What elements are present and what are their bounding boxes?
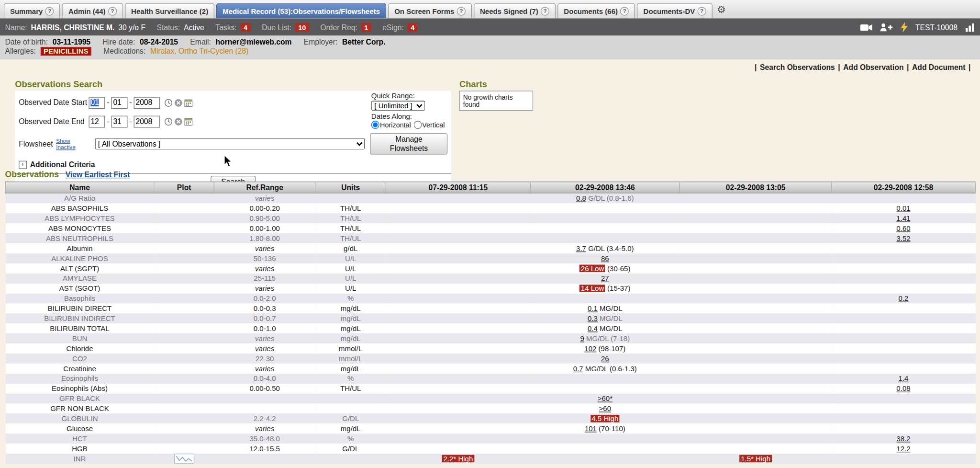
time-clock-icon[interactable] xyxy=(165,117,173,126)
value-link[interactable]: 0.08 xyxy=(896,385,910,392)
dates-along-option-vertical[interactable]: Vertical xyxy=(413,121,445,129)
clear-date-icon[interactable] xyxy=(174,99,182,107)
tab-documents-dv[interactable]: Documents-DV? xyxy=(637,3,713,18)
add-user-icon[interactable] xyxy=(880,23,893,32)
calendar-icon[interactable] xyxy=(184,99,192,107)
value-link[interactable]: 0.1 xyxy=(588,305,598,312)
value-link[interactable]: 9 xyxy=(580,335,584,342)
abnormal-flag[interactable]: 26 Low xyxy=(579,264,605,272)
quick-range-select[interactable]: [ Unlimited ] xyxy=(371,101,425,111)
abnormal-flag[interactable]: 1.5* High xyxy=(740,455,772,463)
end-year-input[interactable] xyxy=(134,115,160,127)
help-icon[interactable]: ? xyxy=(698,7,706,15)
link-add-document[interactable]: Add Document xyxy=(912,63,965,72)
settings-gear-icon[interactable]: ⚙ xyxy=(717,4,726,16)
value-link[interactable]: 0.7 xyxy=(573,365,583,372)
calendar-icon[interactable] xyxy=(184,117,192,126)
link-search-observations[interactable]: Search Observations xyxy=(760,63,835,72)
value-link[interactable]: 3.52 xyxy=(896,235,910,242)
medication-link-miralax[interactable]: Miralax xyxy=(150,47,175,56)
tasks-badge[interactable]: 4 xyxy=(241,23,251,32)
radio-vertical[interactable] xyxy=(413,121,422,129)
tab-needs-signed-7[interactable]: Needs Signed (7)? xyxy=(474,3,556,18)
plot-cell[interactable] xyxy=(154,454,214,464)
value-link[interactable]: 0.01 xyxy=(896,205,910,212)
value-link[interactable]: 38.2 xyxy=(896,435,910,443)
value-link[interactable]: >60 xyxy=(599,405,611,412)
tab-on-screen-forms[interactable]: On Screen Forms? xyxy=(388,3,472,18)
help-icon[interactable]: ? xyxy=(108,7,117,15)
flowsheet-chart-icon[interactable] xyxy=(965,23,975,32)
tabs-holder: Summary?Admin (44)?Health Surveillance (… xyxy=(4,3,714,18)
separator: | xyxy=(838,63,840,72)
tab-health-surveillance-2[interactable]: Health Surveillance (2) xyxy=(125,3,214,18)
tab-medical-record-53-observations-flowsheets[interactable]: Medical Record (53):Observations/Flowshe… xyxy=(216,3,386,18)
esign-badge[interactable]: 4 xyxy=(408,23,418,32)
tab-admin-44[interactable]: Admin (44)? xyxy=(62,3,123,18)
units: TH/UL xyxy=(315,223,386,233)
value-link[interactable]: 1.41 xyxy=(896,215,910,222)
help-icon[interactable]: ? xyxy=(457,7,466,15)
tab-documents-66[interactable]: Documents (66)? xyxy=(557,3,635,18)
value-link[interactable]: 86 xyxy=(601,255,609,263)
due-list-badge[interactable]: 10 xyxy=(295,23,309,32)
view-earliest-first-link[interactable]: View Earliest First xyxy=(66,170,130,179)
value-suffix: MG/DL xyxy=(598,325,623,332)
value-link[interactable]: 101 xyxy=(585,425,597,433)
order-req-badge[interactable]: 1 xyxy=(361,23,371,32)
observation-row-chloride: Chloridevariesmmol/L102 (98-107) xyxy=(5,343,975,354)
expand-plus-icon[interactable]: + xyxy=(19,160,27,169)
name-label: Name: xyxy=(5,23,27,32)
value-suffix: G/DL (0.8-1.6) xyxy=(586,194,634,202)
start-month-input[interactable] xyxy=(89,97,105,109)
clear-date-icon[interactable] xyxy=(174,117,182,126)
value-link[interactable]: 0.60 xyxy=(896,225,910,232)
value-cell xyxy=(530,454,679,464)
dates-along-option-horizontal[interactable]: Horizontal xyxy=(371,121,411,129)
abnormal-flag[interactable]: 2.2* High xyxy=(442,455,474,463)
value-link[interactable]: >60* xyxy=(598,395,612,402)
value-cell xyxy=(530,434,679,444)
tab-label: Summary xyxy=(10,7,43,15)
radio-horizontal[interactable] xyxy=(371,121,379,129)
tab-label: Needs Signed (7) xyxy=(480,7,538,15)
email-label: Email: xyxy=(190,37,211,46)
plot-cell xyxy=(154,213,214,223)
allergy-penicillins-badge[interactable]: PENICILLINS xyxy=(41,47,92,56)
link-add-observation[interactable]: Add Observation xyxy=(843,63,903,72)
help-icon[interactable]: ? xyxy=(541,7,549,15)
value-cell: 14 Low (15-37) xyxy=(530,284,679,294)
value-link[interactable]: 27 xyxy=(601,274,609,282)
tab-summary[interactable]: Summary? xyxy=(4,3,60,18)
value-link[interactable]: 0.4 xyxy=(588,325,598,332)
value-link[interactable]: 3.7 xyxy=(576,245,586,252)
video-camera-icon[interactable] xyxy=(860,23,872,32)
value-cell xyxy=(679,203,831,213)
observation-name: CO2 xyxy=(5,354,154,364)
value-link[interactable]: 26 xyxy=(601,355,609,363)
value-link[interactable]: 1.4 xyxy=(899,375,909,382)
show-inactive-link[interactable]: Show Inactive xyxy=(56,137,90,150)
abnormal-flag[interactable]: 4.5 High xyxy=(590,415,620,422)
manage-flowsheets-button[interactable]: Manage Flowsheets xyxy=(370,133,447,154)
help-icon[interactable]: ? xyxy=(620,7,629,15)
lightning-icon[interactable] xyxy=(901,22,908,33)
observation-row-eosinophils-abs: Eosinophils (Abs)0.00-0.50TH/UL0.08 xyxy=(5,384,975,394)
start-year-input[interactable] xyxy=(134,97,160,109)
end-month-input[interactable] xyxy=(89,115,105,127)
start-day-input[interactable] xyxy=(111,97,127,109)
value-link[interactable]: 102 xyxy=(584,345,596,353)
end-day-input[interactable] xyxy=(111,115,127,127)
allergies-line: Allergies: PENICILLINS Medications: Mira… xyxy=(5,47,975,57)
help-icon[interactable]: ? xyxy=(45,7,54,15)
value-link[interactable]: 0.8 xyxy=(576,194,586,202)
value-link[interactable]: 0.3 xyxy=(588,315,598,322)
abnormal-flag[interactable]: 14 Low xyxy=(579,285,605,292)
time-clock-icon[interactable] xyxy=(165,99,173,107)
flowsheet-select[interactable]: [ All Observations ] xyxy=(95,138,365,150)
medication-link-ortho-tri-cyclen-28[interactable]: Ortho Tri-Cyclen (28) xyxy=(178,47,248,56)
value-link[interactable]: 0.2 xyxy=(899,295,909,302)
quick-links: |Search Observations|Add Observation|Add… xyxy=(752,63,974,72)
value-link[interactable]: 12.2 xyxy=(896,445,910,453)
inr-plot-thumbnail[interactable] xyxy=(174,454,194,464)
